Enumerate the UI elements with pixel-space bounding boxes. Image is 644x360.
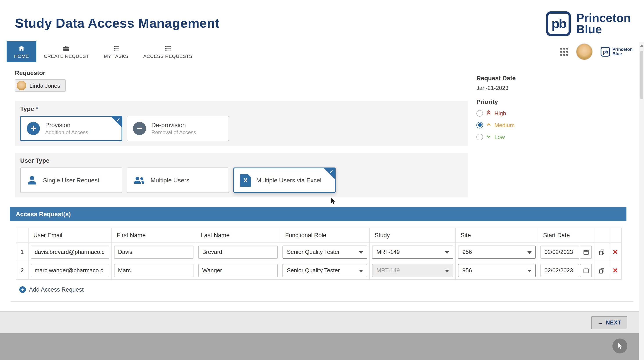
col-first-name: First Name xyxy=(112,228,196,243)
delete-row-button[interactable]: ✕ xyxy=(612,248,618,255)
tab-label: CREATE REQUEST xyxy=(44,53,89,59)
vertical-scrollbar[interactable] xyxy=(639,42,644,360)
arrow-right-icon: → xyxy=(598,320,603,326)
requests-list-icon xyxy=(164,45,171,52)
start-date-input[interactable] xyxy=(540,264,579,277)
card-title: Provision xyxy=(45,121,88,128)
card-subtitle: Removal of Access xyxy=(151,129,196,135)
tab-home[interactable]: HOME xyxy=(6,41,36,62)
request-date-label: Request Date xyxy=(476,74,582,81)
table-row: 1 Senior Quality Tester MRT-149 956 xyxy=(16,243,622,261)
mini-brand-logo[interactable]: pb PrincetonBlue xyxy=(600,47,632,56)
card-title: Multiple Users via Excel xyxy=(256,177,321,184)
user-email-input[interactable] xyxy=(31,264,109,277)
calendar-button[interactable] xyxy=(580,245,592,259)
tab-label: MY TASKS xyxy=(104,53,128,59)
user-type-multiple-users[interactable]: Multiple Users xyxy=(127,167,229,193)
requestor-chip[interactable]: Linda Jones xyxy=(15,79,66,92)
chevron-down-icon xyxy=(445,251,449,254)
cursor-highlight-badge xyxy=(612,339,627,354)
radio-high[interactable] xyxy=(476,110,483,116)
row-number: 2 xyxy=(16,261,28,280)
type-option-provision[interactable]: + Provision Addition of Access ✓ xyxy=(20,116,122,141)
col-copy xyxy=(594,228,609,243)
site-select[interactable]: 956 xyxy=(458,245,536,259)
card-title: De-provision xyxy=(151,121,196,128)
tab-my-tasks[interactable]: MY TASKS xyxy=(96,41,136,62)
user-type-label: User Type xyxy=(20,157,462,164)
last-name-input[interactable] xyxy=(198,245,278,259)
col-start-date: Start Date xyxy=(538,228,594,243)
last-name-input[interactable] xyxy=(198,264,278,277)
card-subtitle: Addition of Access xyxy=(45,129,88,135)
chevron-down-icon xyxy=(359,251,363,254)
first-name-input[interactable] xyxy=(114,264,194,277)
brand-name: PrincetonBlue xyxy=(576,12,631,35)
chevron-down-icon xyxy=(527,270,532,272)
calendar-button[interactable] xyxy=(580,264,592,277)
study-select[interactable]: MRT-149 xyxy=(372,245,453,259)
type-section: Type* + Provision Addition of Access ✓ −… xyxy=(15,101,468,146)
functional-role-select[interactable]: Senior Quality Tester xyxy=(282,245,367,259)
type-option-deprovision[interactable]: − De-provision Removal of Access xyxy=(127,116,229,141)
priority-label: Priority xyxy=(476,98,582,105)
functional-role-select[interactable]: Senior Quality Tester xyxy=(282,264,367,277)
radio-medium[interactable] xyxy=(476,122,483,128)
col-row-number xyxy=(16,228,28,243)
plus-circle-icon: + xyxy=(27,122,40,135)
scroll-up-arrow-icon[interactable] xyxy=(640,44,644,47)
col-site: Site xyxy=(456,228,538,243)
mini-brand-logo-icon: pb xyxy=(600,47,610,56)
priority-option-high[interactable]: High xyxy=(476,109,582,117)
home-icon xyxy=(18,45,25,52)
card-title: Multiple Users xyxy=(150,177,189,184)
add-access-request-button[interactable]: + Add Access Request xyxy=(19,286,84,293)
col-last-name: Last Name xyxy=(196,228,280,243)
priority-high-icon xyxy=(486,109,491,117)
col-user-email: User Email xyxy=(28,228,112,243)
priority-medium-icon xyxy=(486,121,491,129)
copy-row-button[interactable] xyxy=(598,249,605,256)
main-nav: HOME CREATE REQUEST MY TASKS ACCESS REQU… xyxy=(6,41,632,62)
add-plus-icon: + xyxy=(19,286,26,293)
page-title: Study Data Access Management xyxy=(15,11,220,31)
scrollbar-thumb[interactable] xyxy=(640,51,643,99)
single-user-icon xyxy=(26,175,38,186)
header: Study Data Access Management pb Princeto… xyxy=(0,0,644,40)
apps-grid-icon[interactable] xyxy=(560,48,568,56)
user-email-input[interactable] xyxy=(31,245,109,259)
check-icon: ✓ xyxy=(116,117,120,123)
priority-option-low[interactable]: Low xyxy=(476,133,582,141)
add-access-request-label: Add Access Request xyxy=(29,286,84,293)
study-select[interactable]: MRT-149 xyxy=(372,264,453,277)
col-functional-role: Functional Role xyxy=(280,228,370,243)
footer-bar: → NEXT xyxy=(0,311,644,333)
priority-option-medium[interactable]: Medium xyxy=(476,121,582,129)
requestor-avatar xyxy=(17,81,26,90)
copy-row-button[interactable] xyxy=(598,268,605,274)
tab-create-request[interactable]: CREATE REQUEST xyxy=(36,41,96,62)
access-requests-header: Access Request(s) xyxy=(10,207,626,221)
card-title: Single User Request xyxy=(43,177,99,184)
next-button[interactable]: → NEXT xyxy=(591,316,627,329)
user-type-multiple-users-excel[interactable]: X Multiple Users via Excel ✓ xyxy=(234,167,336,193)
first-name-input[interactable] xyxy=(114,245,194,259)
site-select[interactable]: 956 xyxy=(458,264,536,277)
col-delete xyxy=(609,228,622,243)
mouse-cursor-icon xyxy=(330,197,337,207)
priority-low-label: Low xyxy=(494,133,505,140)
minus-circle-icon: − xyxy=(133,122,146,135)
chevron-down-icon xyxy=(359,270,363,272)
chevron-down-icon xyxy=(445,270,449,272)
user-type-single-user[interactable]: Single User Request xyxy=(20,167,122,193)
request-date-value: Jan-21-2023 xyxy=(476,85,582,91)
tab-access-requests[interactable]: ACCESS REQUESTS xyxy=(136,41,200,62)
nav-right-cluster: pb PrincetonBlue xyxy=(560,41,632,62)
radio-low[interactable] xyxy=(476,133,483,140)
user-avatar[interactable] xyxy=(576,43,593,60)
delete-row-button[interactable]: ✕ xyxy=(612,266,618,274)
start-date-input[interactable] xyxy=(540,245,579,259)
priority-low-icon xyxy=(486,133,491,141)
brand-logo-icon: pb xyxy=(546,11,571,36)
multiple-users-icon xyxy=(133,175,145,186)
